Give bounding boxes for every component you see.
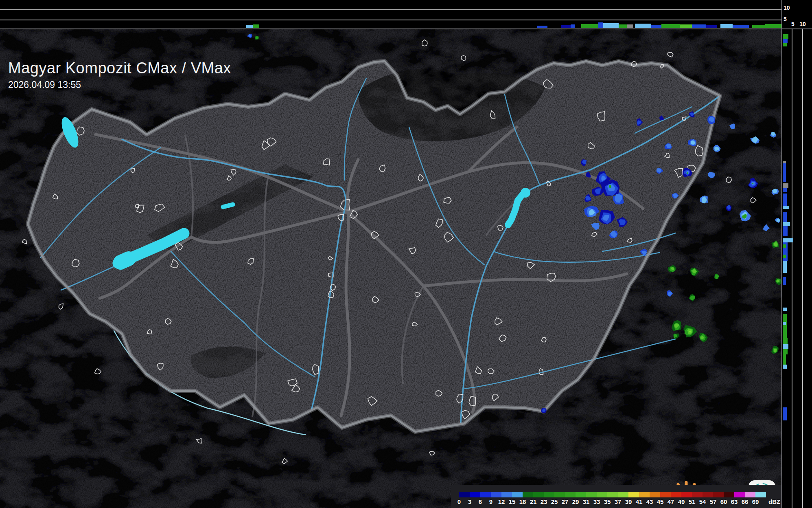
colorbar-segment: [523, 492, 533, 497]
side-profile-echo: [783, 314, 787, 338]
side-profile-echo: [783, 212, 787, 222]
top-profile-echo: [253, 24, 259, 28]
panel-separator-vertical: [781, 0, 782, 508]
side-profile-echo: [783, 226, 788, 236]
colorbar-segment: [544, 492, 554, 497]
side-profile-echo: [783, 365, 787, 369]
colorbar-segment: [597, 492, 607, 497]
colorbar-segments: [459, 492, 766, 497]
map-timestamp: 2026.04.09 13:55: [8, 79, 231, 90]
colorbar-segment: [554, 492, 565, 497]
colorbar-tick: 39: [625, 498, 632, 505]
top-profile-echo: [537, 26, 547, 28]
colorbar-tick: 57: [710, 498, 717, 505]
colorbar-tick: 66: [742, 498, 749, 505]
colorbar-tick: 15: [509, 498, 516, 505]
side-profile-echo: [783, 43, 787, 46]
colorbar-segment: [671, 492, 681, 497]
echo-cell: [774, 349, 777, 352]
colorbar-tick: 69: [752, 498, 759, 505]
colorbar-segment: [745, 492, 755, 497]
side-profile-echo: [783, 344, 788, 349]
top-profile-echo: [561, 25, 571, 28]
side-profile-echo: [783, 255, 786, 258]
side-profile-echo: [783, 161, 786, 163]
colorbar-segment: [586, 492, 597, 497]
colorbar-segment: [713, 492, 724, 497]
lake-tisza-head: [521, 188, 530, 198]
colorbar-segment: [480, 492, 491, 497]
side-axis-label-5: 5: [791, 21, 794, 27]
colorbar-tick: 37: [615, 498, 622, 505]
colorbar-segment: [692, 492, 703, 497]
colorbar-tick: 60: [720, 498, 727, 505]
side-profile-echo: [783, 238, 793, 242]
colorbar-tick: 41: [636, 498, 643, 505]
colorbar-segment: [618, 492, 628, 497]
top-profile-echo: [581, 24, 598, 28]
colorbar-segment: [607, 492, 618, 497]
colorbar-unit: dBZ: [768, 498, 780, 505]
side-profile-echo: [783, 244, 786, 248]
top-profile-echo: [733, 25, 749, 28]
top-profile-echo: [603, 23, 619, 28]
colorbar-tick: 23: [541, 498, 547, 505]
colorbar-tick: 18: [519, 498, 526, 505]
colorbar-tick: 31: [583, 498, 590, 505]
side-profile-echo: [783, 194, 787, 206]
colorbar-tick: 35: [604, 498, 611, 505]
top-profile-echo: [765, 24, 781, 28]
colorbar-segment: [639, 492, 650, 497]
title-block: Magyar Kompozit CMax / VMax 2026.04.09 1…: [8, 59, 231, 90]
colorbar-tick: 0: [457, 498, 461, 505]
side-axis-label-10: 10: [799, 21, 806, 27]
side-profile-echo: [783, 222, 790, 226]
side-profile-echo: [783, 261, 787, 273]
side-profile-plot: [782, 29, 812, 508]
colorbar-tick: 6: [479, 498, 482, 505]
top-profile-echo: [680, 24, 692, 28]
colorbar-segment: [512, 492, 523, 497]
top-profile-echo: [752, 25, 765, 28]
colorbar-tick: 9: [489, 498, 492, 505]
colorbar-segment: [703, 492, 713, 497]
colorbar-segment: [724, 492, 734, 497]
top-axis-label-10: 10: [784, 5, 790, 11]
top-profile-echo: [571, 24, 575, 28]
map-canvas: [0, 29, 781, 508]
colorbar-segment: [459, 492, 470, 497]
colorbar-tick: 43: [646, 498, 653, 505]
lake-velence: [223, 205, 233, 207]
map-title: Magyar Kompozit CMax / VMax: [8, 59, 231, 77]
side-profile-echo: [783, 322, 786, 325]
top-profile-echo: [706, 25, 717, 28]
colorbar-segment: [755, 492, 766, 497]
top-profile-echo: [635, 24, 651, 28]
colorbar-segment: [628, 492, 639, 497]
top-profile-echo: [619, 24, 627, 28]
top-profile-echo: [651, 25, 661, 28]
colorbar-tick: 3: [468, 498, 471, 505]
radar-composite-screen: 10 5 5 10: [0, 0, 812, 508]
colorbar-tick: 25: [551, 498, 558, 505]
top-profile-strip: [0, 0, 781, 29]
top-profile-echo: [598, 22, 603, 28]
panel-separator-horizontal: [0, 29, 812, 29]
profile-axis-corner: 10 5 5 10: [782, 0, 812, 29]
side-profile-echo: [783, 308, 787, 311]
colorbar-tick: 12: [498, 498, 505, 505]
radar-map: metnet Magyar Kompozit CMax / VMax 2026.…: [0, 29, 781, 508]
top-profile-echo: [627, 24, 633, 28]
side-profile-echo: [783, 183, 788, 188]
top-profile-plot: [0, 0, 781, 29]
side-profile-echo: [783, 188, 787, 192]
top-profile-echo: [246, 25, 253, 28]
top-profile-echo: [720, 24, 733, 28]
top-profile-echo: [661, 24, 680, 28]
colorbar-segment: [681, 492, 692, 497]
colorbar-tick: 21: [530, 498, 537, 505]
top-axis-label-5: 5: [784, 16, 787, 22]
side-profile-echo: [783, 206, 789, 209]
colorbar-segment: [650, 492, 660, 497]
colorbar-segment: [734, 492, 745, 497]
